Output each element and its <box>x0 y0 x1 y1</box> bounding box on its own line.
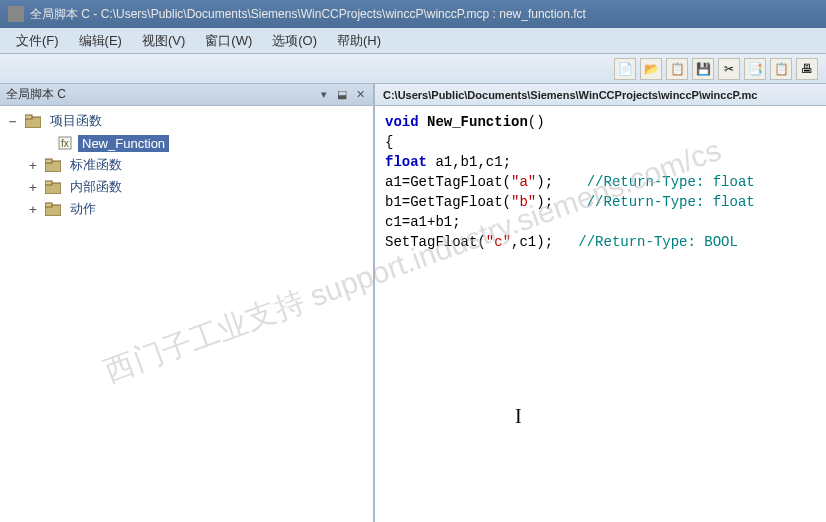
tb-copy-icon[interactable]: 📑 <box>744 58 766 80</box>
comment-a: //Return-Type: float <box>587 174 755 190</box>
editor-tab[interactable]: C:\Users\Public\Documents\Siemens\WinCCP… <box>375 84 826 106</box>
window-title: 全局脚本 C - C:\Users\Public\Documents\Sieme… <box>30 6 586 23</box>
svg-rect-9 <box>45 203 52 207</box>
string-b: "b" <box>511 194 536 210</box>
tb-doc-icon[interactable]: 📋 <box>666 58 688 80</box>
code-editor[interactable]: void New_Function() { float a1,b1,c1; a1… <box>375 106 826 522</box>
svg-text:fx: fx <box>61 138 69 149</box>
close-icon[interactable]: ✕ <box>353 88 367 102</box>
tb-paste-icon[interactable]: 📋 <box>770 58 792 80</box>
expander-icon[interactable]: − <box>6 114 20 129</box>
titlebar: 全局脚本 C - C:\Users\Public\Documents\Sieme… <box>0 0 826 28</box>
sidebar-title: 全局脚本 C <box>6 86 66 103</box>
tree-label: 项目函数 <box>46 111 106 131</box>
tree-label: 动作 <box>66 199 100 219</box>
close-c: ,c1); <box>511 234 553 250</box>
app-icon <box>8 6 24 22</box>
string-c: "c" <box>486 234 511 250</box>
menu-options[interactable]: 选项(O) <box>262 28 327 54</box>
code-line-b1: b1=GetTagFloat( <box>385 194 511 210</box>
tree-item-actions[interactable]: + 动作 <box>0 198 373 220</box>
tree-label: 标准函数 <box>66 155 126 175</box>
dropdown-icon[interactable]: ▾ <box>317 88 331 102</box>
sidebar-header: 全局脚本 C ▾ ⬓ ✕ <box>0 84 373 106</box>
comment-c: //Return-Type: BOOL <box>578 234 738 250</box>
menubar: 文件(F) 编辑(E) 视图(V) 窗口(W) 选项(O) 帮助(H) <box>0 28 826 54</box>
editor-pane: C:\Users\Public\Documents\Siemens\WinCCP… <box>375 84 826 522</box>
toolbar: 📄 📂 📋 💾 ✂ 📑 📋 🖶 <box>0 54 826 84</box>
function-icon: fx <box>56 135 74 151</box>
svg-rect-7 <box>45 181 52 185</box>
tree-label: 内部函数 <box>66 177 126 197</box>
menu-view[interactable]: 视图(V) <box>132 28 195 54</box>
tree-item-standard-functions[interactable]: + 标准函数 <box>0 154 373 176</box>
project-tree[interactable]: − 项目函数 fx New_Function + <box>0 106 373 522</box>
tree-item-new-function[interactable]: fx New_Function <box>0 132 373 154</box>
folder-icon <box>44 157 62 173</box>
svg-rect-1 <box>25 115 32 119</box>
folder-icon <box>24 113 42 129</box>
code-line-set: SetTagFloat( <box>385 234 486 250</box>
pin-icon[interactable]: ⬓ <box>335 88 349 102</box>
expander-icon[interactable]: + <box>26 158 40 173</box>
folder-icon <box>44 179 62 195</box>
sidebar: 全局脚本 C ▾ ⬓ ✕ − 项目函数 fx <box>0 84 375 522</box>
text-cursor-icon: I <box>515 406 522 426</box>
menu-edit[interactable]: 编辑(E) <box>69 28 132 54</box>
editor-path: C:\Users\Public\Documents\Siemens\WinCCP… <box>383 89 757 101</box>
tree-item-internal-functions[interactable]: + 内部函数 <box>0 176 373 198</box>
brace-open: { <box>385 134 393 150</box>
string-a: "a" <box>511 174 536 190</box>
menu-window[interactable]: 窗口(W) <box>195 28 262 54</box>
tree-item-project-functions[interactable]: − 项目函数 <box>0 110 373 132</box>
code-line-c1: c1=a1+b1; <box>385 214 461 230</box>
tree-label: New_Function <box>78 135 169 152</box>
tb-cut-icon[interactable]: ✂ <box>718 58 740 80</box>
main-area: 全局脚本 C ▾ ⬓ ✕ − 项目函数 fx <box>0 84 826 522</box>
close-b: ); <box>536 194 553 210</box>
keyword-float: float <box>385 154 427 170</box>
menu-help[interactable]: 帮助(H) <box>327 28 391 54</box>
sidebar-controls: ▾ ⬓ ✕ <box>317 88 367 102</box>
declaration: a1,b1,c1; <box>427 154 511 170</box>
menu-file[interactable]: 文件(F) <box>6 28 69 54</box>
expander-icon[interactable]: + <box>26 202 40 217</box>
svg-rect-5 <box>45 159 52 163</box>
tb-new-icon[interactable]: 📄 <box>614 58 636 80</box>
folder-icon <box>44 201 62 217</box>
comment-b: //Return-Type: float <box>587 194 755 210</box>
keyword-void: void <box>385 114 419 130</box>
parentheses: () <box>528 114 545 130</box>
expander-icon[interactable]: + <box>26 180 40 195</box>
close-a: ); <box>536 174 553 190</box>
code-line-a1: a1=GetTagFloat( <box>385 174 511 190</box>
tb-print-icon[interactable]: 🖶 <box>796 58 818 80</box>
app-window: 全局脚本 C - C:\Users\Public\Documents\Sieme… <box>0 0 826 522</box>
tb-open-icon[interactable]: 📂 <box>640 58 662 80</box>
function-name: New_Function <box>427 114 528 130</box>
tb-save-icon[interactable]: 💾 <box>692 58 714 80</box>
